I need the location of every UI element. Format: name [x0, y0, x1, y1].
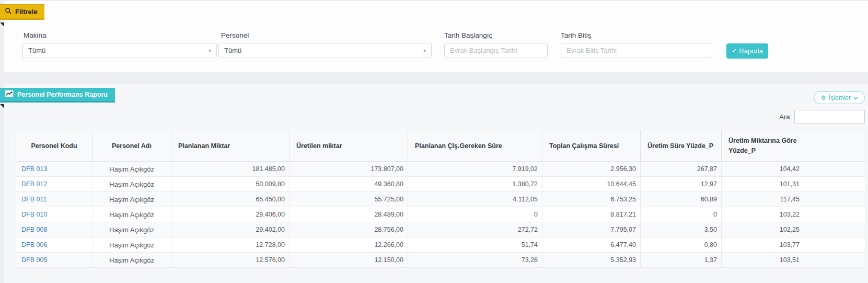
- table-cell: DFB 006: [16, 237, 92, 253]
- personel-kodu-link[interactable]: DFB 008: [21, 226, 47, 233]
- table-cell: 12.150,00: [290, 253, 408, 268]
- table-cell: Haşim Açıkgöz: [92, 192, 171, 207]
- table-cell: 103,51: [722, 253, 865, 268]
- table-cell: DFB 013: [16, 162, 92, 177]
- filtrele-ribbon[interactable]: Filtrele: [0, 4, 44, 20]
- table-cell: DFB 012: [16, 177, 92, 192]
- table-cell: 0: [408, 207, 542, 222]
- personel-select[interactable]: Tümü ▾: [218, 43, 432, 58]
- table-cell: 272,72: [408, 222, 542, 237]
- table-cell: 12.576,00: [171, 253, 290, 268]
- table-row: DFB 013Haşim Açıkgöz181.485,00173.807,00…: [16, 162, 865, 177]
- table-cell: 12,97: [641, 177, 722, 192]
- report-panel: Personel Performans Raporu ⚙ İşlemler Ar…: [4, 84, 868, 283]
- table-cell: 7.919,02: [408, 162, 542, 177]
- column-header[interactable]: Personel Kodu: [16, 130, 92, 162]
- table-cell: 1.380,72: [408, 177, 542, 192]
- table-cell: 29.406,00: [171, 207, 290, 222]
- raporla-button-label: Raporla: [739, 47, 763, 55]
- column-header[interactable]: Planlanan Miktar: [171, 130, 290, 162]
- table-cell: 28.489,00: [290, 207, 408, 222]
- line-chart-icon: [5, 90, 14, 99]
- chevron-down-icon: ▾: [423, 48, 426, 53]
- personel-kodu-link[interactable]: DFB 011: [21, 196, 47, 203]
- table-cell: 10.644,45: [542, 177, 641, 192]
- table-cell: 12.728,00: [171, 237, 290, 253]
- table-cell: DFB 005: [16, 253, 92, 268]
- table-cell: 29.402,00: [171, 222, 290, 237]
- table-cell: 8.817,21: [542, 207, 641, 222]
- table-cell: 6.753,25: [542, 192, 641, 207]
- table-cell: 55.725,00: [290, 192, 408, 207]
- table-cell: 101,31: [722, 177, 865, 192]
- chevron-down-icon: ▾: [209, 48, 211, 53]
- table-row: DFB 011Haşim Açıkgöz65.450,0055.725,004.…: [16, 192, 865, 207]
- table-cell: 0,80: [641, 237, 722, 253]
- table-cell: 0: [641, 207, 722, 222]
- personel-select-value: Tümü: [224, 47, 241, 54]
- column-header[interactable]: Toplan Çalışma Süresi: [542, 130, 641, 162]
- table-cell: 60,89: [641, 192, 722, 207]
- table-cell: Haşim Açıkgöz: [92, 177, 171, 192]
- search-icon: [5, 7, 12, 16]
- report-title: Personel Performans Raporu: [17, 91, 108, 98]
- tarih-bitis-input[interactable]: [561, 43, 712, 58]
- tarih-baslangic-input[interactable]: [444, 43, 548, 58]
- islemler-button-label: İşlemler: [829, 94, 851, 101]
- personel-kodu-link[interactable]: DFB 012: [21, 180, 47, 188]
- table-cell: 6.477,40: [542, 237, 641, 253]
- table-cell: 28.756,00: [290, 222, 408, 237]
- table-cell: 73,26: [408, 253, 542, 268]
- makina-select-value: Tümü: [28, 47, 45, 54]
- islemler-button[interactable]: ⚙ İşlemler: [814, 91, 865, 104]
- table-header-row: Personel KoduPersonel AdıPlanlanan Mikta…: [16, 130, 865, 162]
- personel-kodu-link[interactable]: DFB 006: [21, 241, 47, 248]
- tarih-baslangic-label: Tarih Başlangıç: [444, 31, 492, 39]
- table-cell: 181.485,00: [171, 162, 290, 177]
- performance-table: Personel KoduPersonel AdıPlanlanan Mikta…: [16, 130, 865, 268]
- raporla-button[interactable]: ✔ Raporla: [726, 43, 768, 59]
- table-cell: 5.352,93: [542, 253, 641, 268]
- table-cell: Haşim Açıkgöz: [92, 253, 171, 268]
- search-label: Ara:: [779, 113, 792, 121]
- table-cell: 49.360,80: [290, 177, 408, 192]
- table-cell: 4.112,05: [408, 192, 542, 207]
- personel-kodu-link[interactable]: DFB 013: [21, 165, 47, 173]
- column-header[interactable]: Üretim Miktarına Göre Yüzde_P: [722, 130, 865, 162]
- table-cell: 103,22: [722, 207, 865, 222]
- table-cell: 102,25: [722, 222, 865, 237]
- table-cell: DFB 011: [16, 192, 92, 207]
- table-cell: 173.807,00: [290, 162, 408, 177]
- table-cell: Haşim Açıkgöz: [92, 162, 171, 177]
- column-header[interactable]: Üretim Süre Yüzde_P: [641, 130, 722, 162]
- column-header[interactable]: Planlanan Çlş.Gereken Süre: [408, 130, 542, 162]
- search-input[interactable]: [794, 110, 865, 123]
- filtrele-ribbon-label: Filtrele: [15, 8, 38, 16]
- table-row: DFB 010Haşim Açıkgöz29.406,0028.489,0008…: [16, 207, 865, 222]
- makina-select[interactable]: Tümü ▾: [22, 43, 217, 58]
- table-cell: DFB 010: [16, 207, 92, 222]
- tarih-bitis-label: Tarih Bitiş: [561, 31, 592, 39]
- column-header[interactable]: Personel Adı: [92, 130, 171, 162]
- ribbon-fold-corner: [0, 22, 4, 27]
- table-cell: Haşim Açıkgöz: [92, 222, 171, 237]
- report-title-banner: Personel Performans Raporu: [0, 88, 115, 103]
- gear-icon: ⚙: [820, 95, 826, 101]
- banner-fold-corner: [0, 104, 4, 108]
- makina-label: Makina: [24, 31, 47, 39]
- table-cell: 267,87: [641, 162, 722, 177]
- column-header[interactable]: Üretilen miktar: [290, 130, 408, 162]
- table-row: DFB 005Haşim Açıkgöz12.576,0012.150,0073…: [16, 253, 865, 268]
- personel-kodu-link[interactable]: DFB 005: [21, 256, 47, 264]
- table-cell: Haşim Açıkgöz: [92, 237, 171, 253]
- table-cell: 50.009,80: [171, 177, 290, 192]
- table-cell: 65.450,00: [171, 192, 290, 207]
- table-cell: 104,42: [722, 162, 865, 177]
- table-cell: 51,74: [408, 237, 542, 253]
- table-row: DFB 006Haşim Açıkgöz12.728,0012.266,0051…: [16, 237, 865, 253]
- personel-kodu-link[interactable]: DFB 010: [21, 211, 47, 218]
- check-icon: ✔: [732, 48, 736, 54]
- table-cell: 117,45: [722, 192, 865, 207]
- table-row: DFB 012Haşim Açıkgöz50.009,8049.360,801.…: [16, 177, 865, 192]
- table-search: Ara:: [779, 110, 865, 123]
